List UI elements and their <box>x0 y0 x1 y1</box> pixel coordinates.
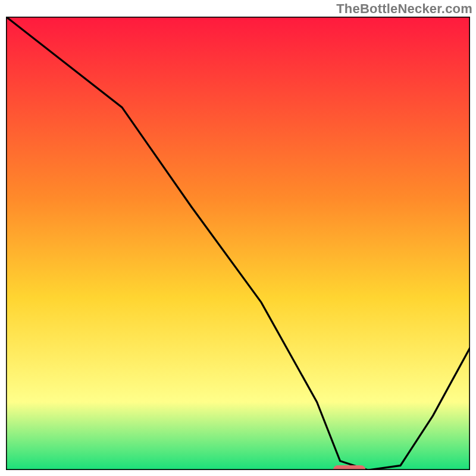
plot-area <box>6 17 470 470</box>
chart-container: TheBottleNecker.com <box>0 0 476 476</box>
gradient-background <box>6 17 470 470</box>
watermark-label: TheBottleNecker.com <box>336 1 472 17</box>
plot-svg <box>6 17 470 470</box>
